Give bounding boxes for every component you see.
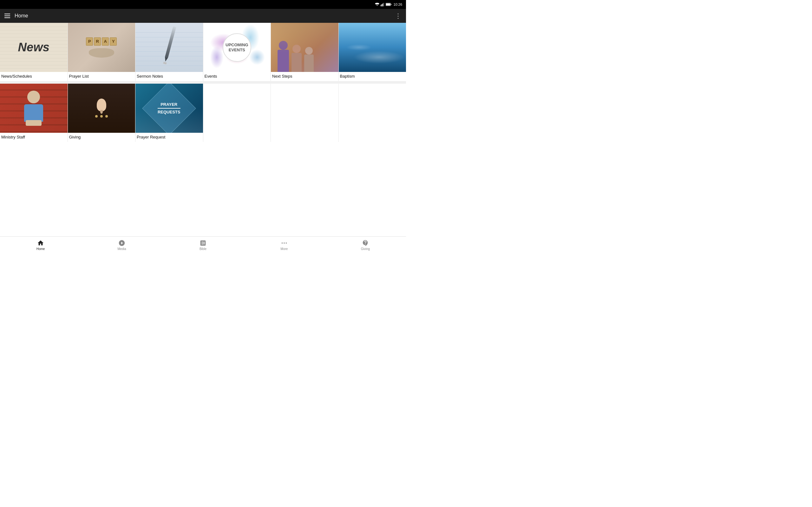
prayer-list-image: P R A Y <box>68 23 136 72</box>
grid-row-2: Ministry Staff <box>0 83 406 142</box>
news-schedules-image: News <box>0 23 67 72</box>
pray-r: R <box>94 38 101 46</box>
svg-point-8 <box>284 242 285 244</box>
hamburger-menu[interactable] <box>4 14 10 18</box>
more-vert-button[interactable]: ⋮ <box>395 12 402 20</box>
signal-icon <box>380 3 385 6</box>
baptism-image <box>339 23 406 72</box>
nav-label-media: Media <box>117 247 126 250</box>
grid-item-prayer-request[interactable]: PRAYER REQUESTS Prayer Request <box>135 83 203 142</box>
baptism-label: Baptism <box>339 72 406 81</box>
pray-p: P <box>86 38 93 46</box>
grid-item-prayer-list[interactable]: P R A Y Prayer List <box>67 23 136 81</box>
events-image: UPCOMING EVENTS <box>203 23 271 72</box>
sermon-notes-label: Sermon Notes <box>136 72 203 81</box>
nav-item-more[interactable]: More <box>244 238 325 252</box>
prayer-req-line2: REQUESTS <box>158 109 181 115</box>
pray-a: A <box>102 38 109 46</box>
home-icon <box>37 239 44 246</box>
row-divider <box>0 81 406 83</box>
nav-label-more: More <box>281 247 288 250</box>
nav-label-giving: Giving <box>361 247 370 250</box>
svg-rect-3 <box>384 3 384 6</box>
pray-y: Y <box>110 38 117 46</box>
battery-icon <box>386 3 392 6</box>
grid-item-news-schedules[interactable]: News News/Schedules <box>0 23 67 81</box>
grid-item-empty-1 <box>203 83 271 142</box>
grid-item-next-steps[interactable]: Next Steps <box>270 23 339 81</box>
news-image-text: News <box>18 41 49 54</box>
wifi-icon <box>375 3 379 6</box>
nav-item-home[interactable]: Home <box>0 238 81 252</box>
nav-item-bible[interactable]: Bible <box>162 238 244 252</box>
status-icons <box>375 3 392 6</box>
grid-item-sermon-notes[interactable]: Sermon Notes <box>135 23 203 81</box>
grid-item-giving[interactable]: Giving <box>67 83 136 142</box>
app-bar-left: Home <box>4 13 28 19</box>
grid-row-1: News News/Schedules P R A Y <box>0 23 406 81</box>
grid-item-events[interactable]: UPCOMING EVENTS Events <box>203 23 271 81</box>
next-steps-label: Next Steps <box>271 72 339 81</box>
giving-nav-icon <box>362 239 369 246</box>
svg-rect-0 <box>380 5 381 6</box>
giving-seed-3 <box>105 115 108 118</box>
status-time: 10:26 <box>393 3 402 6</box>
nav-label-bible: Bible <box>200 247 206 250</box>
svg-rect-6 <box>386 3 390 6</box>
sermon-notes-image <box>136 23 203 72</box>
svg-point-9 <box>286 242 287 244</box>
grid-item-empty-2 <box>270 83 339 142</box>
giving-seed-2 <box>100 115 103 118</box>
ministry-staff-image <box>0 83 67 133</box>
svg-point-7 <box>282 242 283 244</box>
nav-label-home: Home <box>37 247 45 250</box>
bottom-nav: Home Media Bible More <box>0 236 406 253</box>
svg-rect-5 <box>391 4 392 5</box>
bible-icon <box>200 239 206 246</box>
prayer-request-image: PRAYER REQUESTS <box>136 83 203 133</box>
events-label: Events <box>203 72 271 81</box>
giving-image <box>68 83 136 133</box>
prayer-req-line1: PRAYER <box>158 101 181 107</box>
svg-rect-1 <box>382 4 382 6</box>
more-icon <box>281 239 288 246</box>
events-circle-text: UPCOMING EVENTS <box>225 43 248 52</box>
giving-label: Giving <box>68 133 136 142</box>
app-bar: Home ⋮ <box>0 9 406 23</box>
status-bar: 10:26 <box>0 0 406 9</box>
next-steps-image <box>271 23 339 72</box>
prayer-request-label: Prayer Request <box>136 133 203 142</box>
ministry-staff-label: Ministry Staff <box>0 133 67 142</box>
grid-item-empty-3 <box>339 83 406 142</box>
svg-rect-2 <box>383 3 383 6</box>
grid-item-ministry-staff[interactable]: Ministry Staff <box>0 83 67 142</box>
main-content: News News/Schedules P R A Y <box>0 23 406 236</box>
nav-item-giving-nav[interactable]: Giving <box>325 238 406 252</box>
news-schedules-label: News/Schedules <box>0 72 67 81</box>
giving-seed-1 <box>95 115 98 118</box>
nav-item-media[interactable]: Media <box>81 238 162 252</box>
grid-item-baptism[interactable]: Baptism <box>339 23 406 81</box>
media-icon <box>118 239 125 246</box>
prayer-list-label: Prayer List <box>68 72 136 81</box>
app-bar-title: Home <box>14 13 28 19</box>
